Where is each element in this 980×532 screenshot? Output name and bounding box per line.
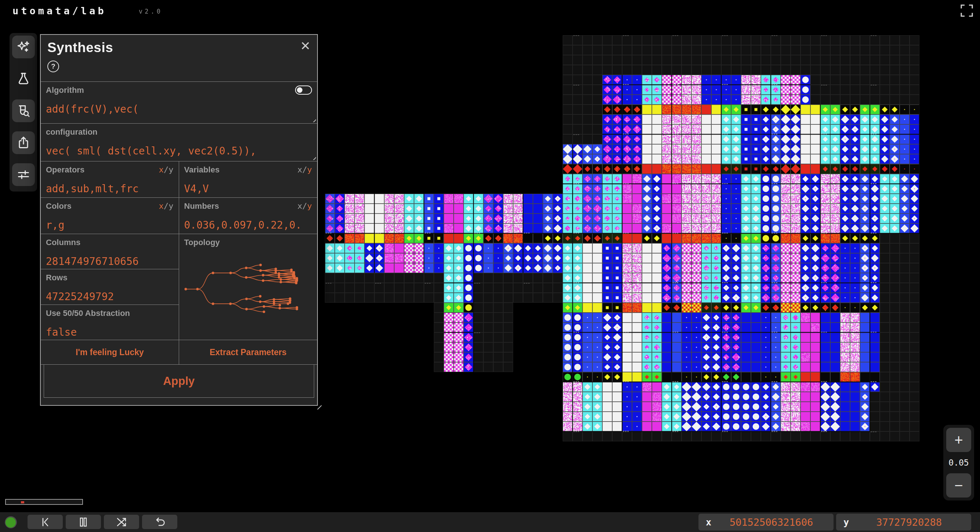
columns-label: Columns — [46, 238, 80, 247]
numbers-label: Numbers — [184, 202, 219, 211]
extract-parameters-button[interactable]: Extract Parameters — [179, 340, 317, 364]
close-button[interactable]: ✕ — [299, 39, 312, 52]
share-icon — [16, 136, 30, 150]
zoom-value: 0.05 — [948, 458, 969, 467]
numbers-axis: x/y — [297, 202, 312, 211]
y-coordinate-box[interactable]: y 37727920288 — [836, 514, 971, 530]
undo-button[interactable] — [142, 515, 177, 529]
variables-section: Variables x/y V4,V — [179, 162, 318, 197]
numbers-section: Numbers x/y 0.036,0.097,0.22,0. — [179, 198, 318, 234]
toolbar-sidebar — [10, 33, 37, 192]
colors-axis: x/y — [159, 202, 173, 211]
help-button[interactable]: ? — [47, 60, 59, 72]
variables-axis: x/y — [297, 165, 312, 174]
zoom-in-button[interactable]: + — [946, 428, 971, 452]
configuration-section: configuration vec( sml( dst(cell.xy, vec… — [41, 124, 317, 162]
topology-tree — [181, 244, 317, 336]
sparkles-icon — [16, 40, 30, 54]
timeline-bar[interactable] — [5, 499, 83, 505]
apply-row: Apply — [44, 365, 314, 398]
run-indicator-led — [5, 517, 16, 527]
flask-icon — [16, 72, 30, 86]
skip-to-start-icon — [38, 516, 52, 527]
skip-to-start-button[interactable] — [27, 515, 63, 529]
zoom-control: + 0.05 − — [943, 425, 974, 500]
abstraction-section: Use 50/50 Abstraction false — [41, 305, 179, 340]
zoom-out-button[interactable]: − — [946, 473, 971, 497]
x-coordinate-box[interactable]: x 50152506321606 — [698, 514, 834, 530]
synthesis-panel: Synthesis ? ✕ Algorithm add(frc(V),vec( … — [40, 34, 318, 406]
run-indicator — [5, 516, 17, 528]
rows-section: Rows 47225249792 — [41, 269, 179, 305]
toggle-knob — [297, 87, 302, 93]
undo-icon — [153, 516, 167, 527]
grid-topology-row: Columns 281474976710656 Rows 47225249792… — [41, 234, 317, 340]
y-coordinate-value[interactable]: 37727920288 — [854, 516, 964, 528]
rows-input[interactable]: 47225249792 — [41, 291, 179, 303]
operators-section: Operators x/y add,sub,mlt,frc — [41, 162, 179, 197]
colors-numbers-row: Colors x/y r,g Numbers x/y 0.036,0.097,0… — [41, 198, 317, 234]
abstraction-label: Use 50/50 Abstraction — [46, 308, 130, 318]
sidebar-item-settings[interactable] — [12, 163, 35, 186]
variables-label: Variables — [184, 165, 220, 175]
panel-title: Synthesis — [47, 40, 310, 56]
timeline-marker — [21, 501, 24, 503]
sidebar-item-inspect[interactable] — [12, 99, 35, 122]
configuration-label: configuration — [46, 127, 98, 137]
algorithm-label: Algorithm — [46, 86, 84, 95]
test-tube-search-icon — [16, 104, 30, 118]
variables-input[interactable]: V4,V — [179, 183, 318, 195]
columns-section: Columns 281474976710656 — [41, 234, 179, 269]
numbers-input[interactable]: 0.036,0.097,0.22,0. — [179, 219, 318, 231]
shuffle-icon — [115, 516, 129, 527]
operators-input[interactable]: add,sub,mlt,frc — [41, 183, 179, 195]
pause-icon — [76, 516, 90, 527]
panel-actions-row: I'm feeling Lucky Extract Parameters — [41, 340, 317, 365]
sliders-icon — [16, 168, 30, 182]
fullscreen-button[interactable] — [959, 4, 974, 18]
shuffle-button[interactable] — [104, 515, 139, 529]
resize-grip-icon[interactable] — [311, 117, 316, 122]
operators-axis: x/y — [159, 165, 173, 174]
operators-label: Operators — [46, 165, 84, 175]
pause-button[interactable] — [66, 515, 101, 529]
sidebar-item-export[interactable] — [12, 131, 35, 154]
status-bar: x 50152506321606 y 37727920288 — [0, 512, 980, 532]
topology-section: Topology — [179, 234, 318, 340]
colors-input[interactable]: r,g — [41, 219, 179, 231]
feeling-lucky-button[interactable]: I'm feeling Lucky — [41, 340, 179, 364]
columns-input[interactable]: 281474976710656 — [41, 256, 179, 267]
sidebar-item-lab[interactable] — [12, 68, 35, 90]
rows-label: Rows — [46, 273, 68, 283]
colors-label: Colors — [46, 202, 72, 211]
panel-header: Synthesis ? ✕ — [41, 35, 317, 82]
algorithm-section: Algorithm add(frc(V),vec( — [41, 82, 317, 124]
fullscreen-icon — [960, 4, 974, 17]
sidebar-item-synthesis[interactable] — [12, 36, 35, 58]
app-logo: utomata/lab — [13, 5, 107, 16]
x-coordinate-value[interactable]: 50152506321606 — [716, 516, 826, 528]
abstraction-input[interactable]: false — [41, 326, 179, 338]
algorithm-toggle[interactable] — [295, 86, 312, 95]
x-coordinate-label: x — [706, 517, 711, 527]
operators-variables-row: Operators x/y add,sub,mlt,frc Variables … — [41, 162, 317, 198]
app-version: v2.0 — [139, 8, 162, 15]
close-icon: ✕ — [300, 39, 311, 53]
top-bar: utomata/lab v2.0 — [0, 0, 980, 21]
colors-section: Colors x/y r,g — [41, 198, 179, 234]
configuration-input[interactable]: vec( sml( dst(cell.xy, vec2(0.5)), — [41, 145, 317, 157]
y-coordinate-label: y — [843, 517, 849, 527]
algorithm-input[interactable]: add(frc(V),vec( — [41, 103, 317, 115]
apply-button[interactable]: Apply — [44, 365, 314, 397]
